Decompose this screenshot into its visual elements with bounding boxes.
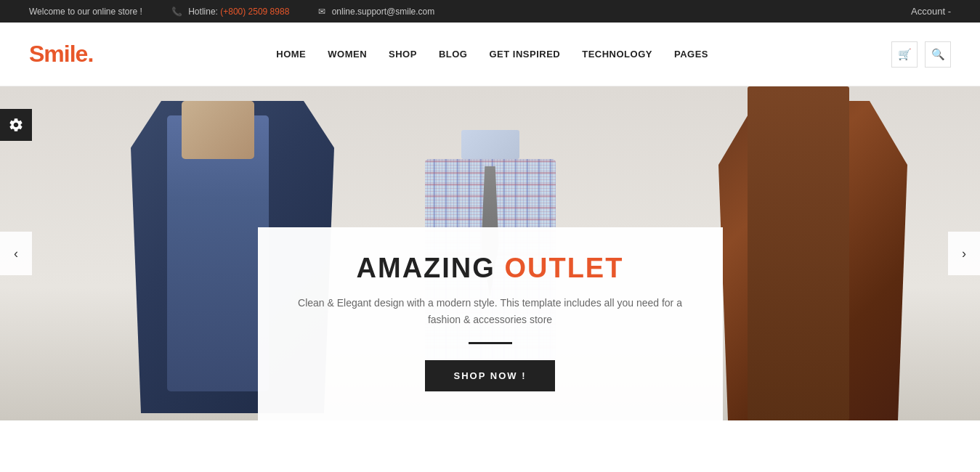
right-jacket [704, 86, 922, 420]
nav-technology[interactable]: TECHNOLOGY [582, 49, 652, 60]
hero-divider [469, 342, 512, 344]
arrow-right-icon: › [962, 246, 966, 261]
header: Smile. HOME WOMEN SHOP BLOG GET INSPIRED… [0, 23, 980, 86]
nav-home[interactable]: HOME [276, 49, 306, 60]
cart-button[interactable]: 🛒 [891, 41, 918, 68]
hero-content-box: AMAZING OUTLET Clean & Elegant design wi… [258, 227, 723, 420]
hero-subtitle: Clean & Elegant design with a modern sty… [294, 295, 687, 327]
top-bar-left: Welcome to our online store ! 📞 Hotline:… [29, 7, 434, 17]
hotline-number: (+800) 2509 8988 [220, 7, 289, 17]
settings-button[interactable] [0, 109, 32, 141]
logo-dot: . [87, 41, 93, 67]
nav-pages[interactable]: PAGES [674, 49, 708, 60]
hotline-info: 📞 Hotline: (+800) 2509 8988 [171, 7, 289, 17]
nav-women[interactable]: WOMEN [328, 49, 367, 60]
hero-title-accent: OUTLET [504, 253, 623, 283]
support-email: online.support@smile.com [332, 7, 435, 17]
welcome-text: Welcome to our online store ! [29, 7, 142, 17]
cart-icon: 🛒 [898, 48, 912, 61]
main-nav: HOME WOMEN SHOP BLOG GET INSPIRED TECHNO… [276, 49, 708, 60]
hero-title: AMAZING OUTLET [294, 253, 687, 284]
top-bar: Welcome to our online store ! 📞 Hotline:… [0, 0, 980, 23]
slider-next-button[interactable]: › [948, 232, 980, 275]
hotline-label: Hotline: [188, 7, 218, 17]
logo[interactable]: Smile. [29, 41, 93, 68]
header-actions: 🛒 🔍 [891, 41, 951, 68]
mail-icon: ✉ [318, 7, 325, 17]
nav-get-inspired[interactable]: GET INSPIRED [489, 49, 560, 60]
account-menu[interactable]: Account - [911, 6, 951, 17]
hero-title-part1: AMAZING [357, 253, 505, 283]
email-info: ✉ online.support@smile.com [318, 7, 434, 17]
account-label: Account - [911, 6, 951, 17]
logo-text: Smile [29, 41, 87, 67]
shop-now-button[interactable]: SHOP NOW ! [425, 360, 556, 391]
nav-blog[interactable]: BLOG [439, 49, 468, 60]
search-icon: 🔍 [931, 48, 945, 61]
phone-icon: 📞 [171, 7, 182, 17]
gear-icon [8, 117, 24, 133]
arrow-left-icon: ‹ [14, 246, 18, 261]
hero-slider: ‹ › AMAZING OUTLET Clean & Elegant desig… [0, 86, 980, 420]
nav-shop[interactable]: SHOP [389, 49, 417, 60]
slider-prev-button[interactable]: ‹ [0, 232, 32, 275]
search-button[interactable]: 🔍 [925, 41, 951, 68]
